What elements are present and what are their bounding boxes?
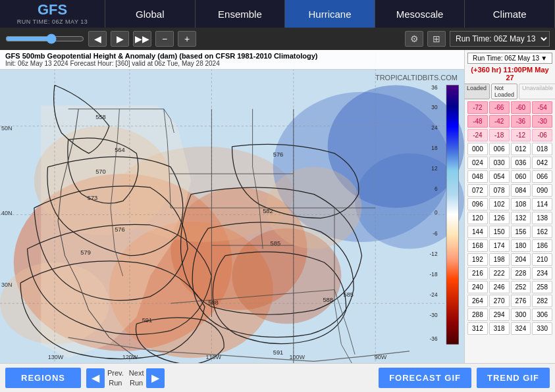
time-cell--18[interactable]: -18 xyxy=(489,129,510,141)
time-cell-168[interactable]: 168 xyxy=(467,239,488,252)
time-cell-096[interactable]: 096 xyxy=(467,198,488,210)
svg-text:18: 18 xyxy=(431,145,438,151)
time-cell--48[interactable]: -48 xyxy=(467,115,488,128)
time-cell-192[interactable]: 192 xyxy=(467,253,488,266)
time-cell-024[interactable]: 024 xyxy=(467,157,488,169)
lat-label-50n: 50N xyxy=(1,125,13,132)
time-cell--30[interactable]: -30 xyxy=(532,115,552,128)
time-cell-000[interactable]: 000 xyxy=(467,143,488,155)
time-cell-138[interactable]: 138 xyxy=(532,212,552,224)
time-cell-204[interactable]: 204 xyxy=(511,253,531,266)
time-cell-222[interactable]: 222 xyxy=(489,267,510,280)
grid-button[interactable]: ⊞ xyxy=(427,31,446,47)
time-cell-216[interactable]: 216 xyxy=(467,267,488,280)
run-time-select[interactable]: Run Time: 06Z May 13 Run Time: 00Z May 1… xyxy=(450,31,550,47)
time-cell-162[interactable]: 162 xyxy=(532,226,552,238)
nav-ensemble[interactable]: Ensemble xyxy=(196,0,286,28)
svg-text:576: 576 xyxy=(115,226,125,233)
time-cell-240[interactable]: 240 xyxy=(467,281,488,293)
time-cell-036[interactable]: 036 xyxy=(511,157,531,169)
time-cell--42[interactable]: -42 xyxy=(489,115,510,128)
time-cell-066[interactable]: 066 xyxy=(532,170,552,183)
svg-text:-36: -36 xyxy=(430,335,438,342)
time-cell--36[interactable]: -36 xyxy=(511,115,531,128)
time-cell-072[interactable]: 072 xyxy=(467,184,488,197)
nav-mesoscale[interactable]: Mesoscale xyxy=(375,0,465,28)
time-cell-258[interactable]: 258 xyxy=(532,281,552,293)
next-run-button[interactable]: ▶ xyxy=(146,368,165,388)
time-cell-012[interactable]: 012 xyxy=(511,143,531,155)
time-cell-144[interactable]: 144 xyxy=(467,226,488,238)
time-cell-300[interactable]: 300 xyxy=(511,308,531,321)
forecast-time-display: (+360 hr) 11:00PM May 27 xyxy=(467,66,552,82)
time-cell--54[interactable]: -54 xyxy=(532,101,552,114)
time-cell-276[interactable]: 276 xyxy=(511,295,531,307)
logo-subtitle: RUN TIME: 06Z MAY 13 xyxy=(17,18,88,25)
time-cell-174[interactable]: 174 xyxy=(489,239,510,252)
time-cell--24[interactable]: -24 xyxy=(467,129,488,141)
time-cell-330[interactable]: 330 xyxy=(532,322,552,335)
time-cell-156[interactable]: 156 xyxy=(511,226,531,238)
time-cell-150[interactable]: 150 xyxy=(489,226,510,238)
loaded-badge: Loaded xyxy=(464,84,490,99)
time-cell-198[interactable]: 198 xyxy=(489,253,510,266)
time-cell-114[interactable]: 114 xyxy=(532,198,552,210)
time-cell--06[interactable]: -06 xyxy=(532,129,552,141)
time-cell-270[interactable]: 270 xyxy=(489,295,510,307)
time-cell--66[interactable]: -66 xyxy=(489,101,510,114)
zoom-in-button[interactable]: + xyxy=(178,31,196,47)
play-button[interactable]: ▶ xyxy=(111,31,129,47)
time-cell-312[interactable]: 312 xyxy=(467,322,488,335)
time-cell-006[interactable]: 006 xyxy=(489,143,510,155)
nav-hurricane[interactable]: Hurricane xyxy=(285,0,375,28)
time-cell-210[interactable]: 210 xyxy=(532,253,552,266)
time-cell-264[interactable]: 264 xyxy=(467,295,488,307)
time-cell-048[interactable]: 048 xyxy=(467,170,488,183)
time-cell-132[interactable]: 132 xyxy=(511,212,531,224)
lon-label-130w: 130W xyxy=(48,354,64,360)
time-cell-120[interactable]: 120 xyxy=(467,212,488,224)
time-cell--12[interactable]: -12 xyxy=(511,129,531,141)
time-cell-180[interactable]: 180 xyxy=(511,239,531,252)
time-cell-288[interactable]: 288 xyxy=(467,308,488,321)
time-cell-054[interactable]: 054 xyxy=(489,170,510,183)
map-area: GFS 500mb Geopotential Height & Anomaly … xyxy=(0,50,464,363)
time-cell--72[interactable]: -72 xyxy=(467,101,488,114)
logo-title: GFS xyxy=(38,3,67,17)
forecast-gif-button[interactable]: FORECAST GIF xyxy=(379,368,471,388)
time-cell--60[interactable]: -60 xyxy=(511,101,531,114)
time-cell-186[interactable]: 186 xyxy=(532,239,552,252)
run-time-header[interactable]: Run Time: 06Z May 13 ▼ xyxy=(467,53,552,64)
trend-gif-button[interactable]: TREND GIF xyxy=(477,368,550,388)
time-cell-306[interactable]: 306 xyxy=(532,308,552,321)
time-cell-246[interactable]: 246 xyxy=(489,281,510,293)
prev-run-button[interactable]: ◀ xyxy=(86,368,105,388)
zoom-out-button[interactable]: − xyxy=(155,31,174,47)
settings-button[interactable]: ⚙ xyxy=(405,31,423,47)
time-cell-042[interactable]: 042 xyxy=(532,157,552,169)
time-cell-234[interactable]: 234 xyxy=(532,267,552,280)
prev-frame-button[interactable]: ◀ xyxy=(88,31,107,47)
run-time-label: Run Time: 06Z May 13 xyxy=(473,55,539,62)
controls-bar: ◀ ▶ ▶▶ − + ⚙ ⊞ Run Time: 06Z May 13 Run … xyxy=(0,28,555,50)
time-cell-252[interactable]: 252 xyxy=(511,281,531,293)
time-cell-318[interactable]: 318 xyxy=(489,322,510,335)
regions-button[interactable]: REGIONS xyxy=(5,368,81,388)
time-cell-228[interactable]: 228 xyxy=(511,267,531,280)
animation-slider[interactable] xyxy=(5,34,84,44)
time-cell-084[interactable]: 084 xyxy=(511,184,531,197)
time-cell-282[interactable]: 282 xyxy=(532,295,552,307)
next-frame-button[interactable]: ▶▶ xyxy=(133,31,151,47)
nav-climate[interactable]: Climate xyxy=(465,0,555,28)
time-cell-078[interactable]: 078 xyxy=(489,184,510,197)
nav-global[interactable]: Global xyxy=(105,0,196,28)
time-cell-090[interactable]: 090 xyxy=(532,184,552,197)
time-cell-324[interactable]: 324 xyxy=(511,322,531,335)
time-cell-030[interactable]: 030 xyxy=(489,157,510,169)
time-cell-126[interactable]: 126 xyxy=(489,212,510,224)
time-cell-108[interactable]: 108 xyxy=(511,198,531,210)
time-cell-294[interactable]: 294 xyxy=(489,308,510,321)
time-cell-060[interactable]: 060 xyxy=(511,170,531,183)
time-cell-018[interactable]: 018 xyxy=(532,143,552,155)
time-cell-102[interactable]: 102 xyxy=(489,198,510,210)
